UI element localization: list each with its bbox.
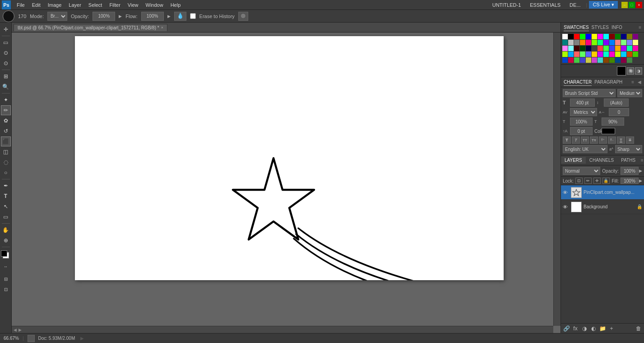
lock-all-btn[interactable]: 🔒 [602,178,610,184]
menu-help[interactable]: Help [167,1,184,9]
menu-view[interactable]: View [125,1,142,9]
color-swatch[interactable] [609,34,615,39]
paths-tab[interactable]: PATHS [617,157,639,164]
hand-tool[interactable]: ✋ [1,225,11,235]
color-swatch[interactable] [615,57,621,63]
color-swatch[interactable] [574,52,579,57]
color-swatch[interactable] [568,46,574,51]
info-tab[interactable]: INFO [612,24,622,31]
color-swatch[interactable] [615,52,621,57]
antialiasing-select[interactable]: Sharp [615,145,642,153]
flow-triangle[interactable]: ▶ [167,14,171,19]
eyedropper-tool[interactable]: 🔍 [1,82,11,92]
close-button[interactable]: × [636,2,642,8]
menu-edit[interactable]: Edit [29,1,44,9]
color-swatch[interactable] [609,46,615,51]
styles-tab[interactable]: STYLES [592,24,609,31]
blur-tool[interactable]: ◌ [1,157,11,167]
color-swatch[interactable] [615,40,621,45]
color-swatch[interactable] [574,46,579,51]
eraser-tool[interactable]: ⬛ [1,136,11,146]
char-panel-collapse[interactable]: ◀ [638,80,641,85]
menu-window[interactable]: Window [143,1,167,9]
marquee-tool[interactable]: ▭ [1,38,11,47]
lock-pixels-btn[interactable]: ✏ [584,178,592,184]
color-swatch[interactable] [598,46,603,51]
de-btn[interactable]: DE... [566,1,584,9]
opacity-input[interactable] [621,167,639,175]
kerning-select[interactable]: Metrics [570,108,597,116]
move-tool[interactable]: ✛ [1,24,11,34]
color-swatch[interactable] [603,57,609,63]
layer-group-btn[interactable]: 📁 [599,325,606,332]
font-style-select[interactable]: Medium [617,89,642,97]
brush-preview[interactable] [3,10,14,22]
color-swatch[interactable] [627,34,632,39]
baseline-input[interactable] [570,127,593,135]
color-swatch[interactable] [621,52,626,57]
small-caps-btn[interactable]: Tᴛ [590,136,598,144]
color-swatch[interactable] [627,46,632,51]
color-swatch[interactable] [592,34,597,39]
color-swatch[interactable] [627,57,632,63]
color-swatch[interactable] [562,34,568,39]
color-swatch[interactable] [568,52,574,57]
color-swatch[interactable] [633,40,638,45]
color-swatch[interactable] [598,52,603,57]
color-swatch[interactable] [615,34,621,39]
horizontal-scrollbar[interactable]: ◀ ▶ [12,326,553,333]
font-family-select[interactable]: Brush Script Std [563,89,616,97]
color-swatch[interactable] [568,34,574,39]
color-swatch[interactable] [621,57,626,63]
color-swatch[interactable] [598,34,603,39]
color-swatch[interactable] [609,52,615,57]
menu-file[interactable]: File [14,1,28,9]
color-swatch[interactable] [586,52,591,57]
maximize-button[interactable]: □ [629,2,635,8]
blend-mode-select[interactable]: Normal [563,167,600,175]
color-swatch[interactable] [603,52,609,57]
color-swatch[interactable] [574,34,579,39]
lasso-tool[interactable]: ⊙ [1,48,11,58]
character-tab[interactable]: CHARACTER [564,79,592,86]
layer-eye-background[interactable]: 👁 [563,204,569,210]
menu-select[interactable]: Select [85,1,106,9]
all-caps-btn[interactable]: TT [581,136,589,144]
vertical-scrollbar[interactable] [553,33,561,326]
brush-tool[interactable]: ✏ [1,105,11,115]
color-swatch[interactable] [586,57,591,63]
essentials-btn[interactable]: ESSENTIALS [526,1,564,9]
color-swatch[interactable] [562,57,568,63]
dodge-tool[interactable]: ○ [1,168,11,178]
crop-tool[interactable]: ⊞ [1,71,11,81]
strikethrough-btn[interactable]: T [626,136,634,144]
screen-mode-btn[interactable]: ⊡ [1,284,11,294]
color-swatch[interactable] [633,34,638,39]
spot-heal-tool[interactable]: ✦ [1,95,11,105]
layer-mask-btn[interactable]: ◑ [581,325,588,332]
path-select-tool[interactable]: ↖ [1,202,11,211]
color-swatch[interactable] [574,40,579,45]
mask-icon-btn[interactable]: ◑ [635,67,642,75]
layer-item-background[interactable]: 👁 Background 🔒 [561,200,644,214]
color-swatch[interactable] [580,40,585,45]
cs-live-btn[interactable]: CS Live ▾ [589,1,618,9]
color-swatch[interactable] [621,46,626,51]
erase-to-history-checkbox[interactable] [190,13,196,19]
tracking-input[interactable] [609,108,629,116]
quick-select-tool[interactable]: ⊙ [1,58,11,68]
pen-tool[interactable]: ✒ [1,181,11,191]
color-swatch[interactable] [592,46,597,51]
language-select[interactable]: English: UK [563,145,607,153]
color-swatch[interactable] [586,46,591,51]
opacity-triangle[interactable]: ▶ [119,14,122,19]
document-tab[interactable]: tbt.psd @ 66.7% (PinClipart.com_wallpape… [14,24,167,31]
color-swatch[interactable] [586,40,591,45]
layer-style-btn[interactable]: fx [572,325,579,332]
fg-color-btn[interactable] [617,66,626,75]
link-layers-btn[interactable]: 🔗 [563,325,570,332]
bold-btn[interactable]: T [563,136,571,144]
lock-transparent-btn[interactable]: ⊡ [575,178,583,184]
menu-layer[interactable]: Layer [65,1,84,9]
color-swatch[interactable] [621,34,626,39]
